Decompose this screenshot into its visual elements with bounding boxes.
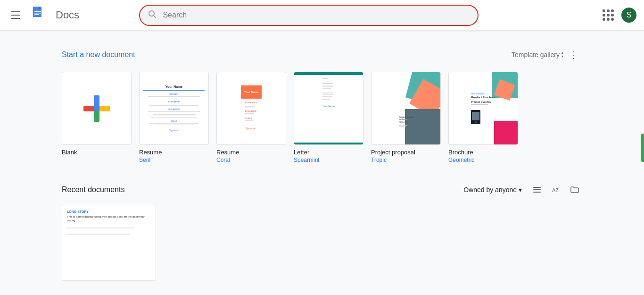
- svg-rect-14: [533, 192, 541, 193]
- header-left: Docs: [8, 6, 79, 25]
- templates-section: Start a new document Template gallery ▴▾…: [62, 45, 582, 163]
- plus-icon: [62, 72, 131, 144]
- doc-preview-title: LONG STORY: [67, 210, 151, 213]
- search-input[interactable]: [163, 11, 470, 19]
- recent-title: Recent documents: [62, 185, 124, 194]
- view-icons: AZ: [529, 182, 582, 197]
- svg-rect-12: [533, 187, 541, 188]
- template-gallery-button[interactable]: Template gallery ▴▾: [512, 51, 563, 59]
- template-name-project: Project proposal: [371, 149, 441, 156]
- main-content: Start a new document Template gallery ▴▾…: [39, 30, 605, 295]
- template-subname-resume-coral: Coral: [216, 157, 286, 163]
- more-options-button[interactable]: ⋮: [565, 45, 582, 64]
- template-subname-brochure: Geometric: [448, 157, 518, 163]
- dropdown-arrow-icon: ▾: [519, 186, 522, 194]
- search-container: [139, 5, 479, 26]
- sort-icon: AZ: [551, 185, 561, 194]
- brochure-thumbnail: Your Company Product Brochure Product Ov…: [448, 72, 518, 145]
- template-name-letter: Letter: [294, 149, 363, 156]
- doc-preview-text: This is a brief backup using free google…: [67, 215, 151, 223]
- doc-line-2: [67, 228, 134, 228]
- resume-serif-thumbnail: Your Name CONTACT EDUCATION EXPERIENCE S…: [139, 72, 209, 145]
- svg-rect-3: [34, 13, 41, 14]
- template-name-blank: Blank: [62, 149, 132, 156]
- template-resume-serif[interactable]: Your Name CONTACT EDUCATION EXPERIENCE S…: [139, 72, 209, 163]
- templates-grid: Blank Your Name CONTACT EDUCATION EXPERI…: [62, 72, 582, 163]
- project-thumbnail: Project Name 2024-01-01: [371, 72, 441, 145]
- svg-text:AZ: AZ: [552, 187, 559, 193]
- gallery-label: Template gallery: [512, 51, 560, 59]
- search-icon: [148, 9, 157, 21]
- scroll-indicator: [641, 134, 644, 162]
- sort-button[interactable]: AZ: [548, 182, 563, 197]
- app-header: Docs S: [0, 0, 644, 30]
- recent-header: Recent documents Owned by anyone ▾: [62, 182, 582, 197]
- list-view-icon: [532, 185, 542, 194]
- hamburger-button[interactable]: [8, 8, 24, 23]
- gallery-right: Template gallery ▴▾ ⋮: [512, 45, 582, 64]
- doc-line-3: [67, 231, 142, 232]
- svg-rect-8: [94, 95, 99, 107]
- hamburger-icon: [11, 11, 20, 19]
- letter-thumbnail: Your Name: [294, 72, 363, 145]
- start-new-doc-title: Start a new document: [62, 51, 135, 59]
- app-name: Docs: [56, 9, 79, 21]
- folder-icon: [570, 185, 579, 194]
- template-resume-coral[interactable]: Your Name EXPERIENCE EDUCATION SKILLS S: [216, 72, 286, 163]
- header-right: S: [599, 6, 636, 25]
- search-box: [139, 5, 479, 26]
- doc-line-1: [67, 225, 142, 226]
- template-name-resume-serif: Resume: [139, 149, 209, 156]
- chevron-updown-icon: ▴▾: [561, 51, 563, 59]
- template-name-brochure: Brochure: [448, 149, 518, 156]
- resume-coral-thumbnail: Your Name EXPERIENCE EDUCATION SKILLS S: [216, 72, 286, 145]
- grid-icon: [603, 9, 614, 21]
- owned-by-label: Owned by anyone: [463, 186, 517, 194]
- apps-button[interactable]: [599, 6, 618, 25]
- template-subname-resume-serif: Serif: [139, 157, 209, 163]
- template-project-proposal[interactable]: Project Name 2024-01-01 Project proposal…: [371, 72, 441, 163]
- owned-by-button[interactable]: Owned by anyone ▾: [463, 186, 522, 194]
- templates-header: Start a new document Template gallery ▴▾…: [62, 45, 582, 64]
- recent-section: Recent documents Owned by anyone ▾: [62, 182, 582, 281]
- docs-logo: [29, 6, 48, 25]
- template-subname-letter: Spearmint: [294, 157, 363, 163]
- doc-line-4: [67, 234, 130, 235]
- template-letter-spearmint[interactable]: Your Name Letter Spearmint: [294, 72, 363, 163]
- svg-rect-13: [533, 189, 541, 190]
- folder-view-button[interactable]: [567, 182, 582, 197]
- recent-docs-grid: LONG STORY This is a brief backup using …: [62, 205, 582, 281]
- template-blank[interactable]: Blank: [62, 72, 132, 163]
- template-brochure[interactable]: Your Company Product Brochure Product Ov…: [448, 72, 518, 163]
- doc-card[interactable]: LONG STORY This is a brief backup using …: [62, 205, 156, 281]
- svg-rect-11: [94, 106, 99, 111]
- svg-rect-4: [34, 14, 39, 15]
- blank-thumbnail: [62, 72, 132, 145]
- template-name-resume-coral: Resume: [216, 149, 286, 156]
- avatar[interactable]: S: [621, 8, 636, 23]
- template-subname-project: Tropic: [371, 157, 441, 163]
- svg-line-6: [154, 15, 156, 17]
- recent-controls: Owned by anyone ▾ AZ: [463, 182, 582, 197]
- svg-rect-2: [34, 11, 41, 12]
- list-view-button[interactable]: [529, 182, 545, 197]
- doc-preview: LONG STORY This is a brief backup using …: [62, 205, 156, 281]
